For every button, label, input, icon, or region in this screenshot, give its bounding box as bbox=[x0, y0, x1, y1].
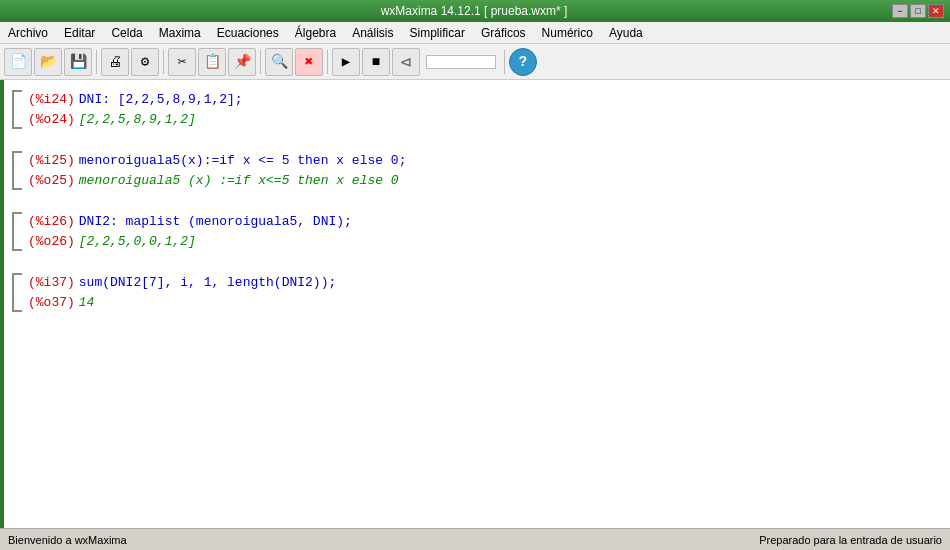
menu-item-grficos[interactable]: Gráficos bbox=[473, 22, 534, 43]
abbrev-button[interactable]: ⊲ bbox=[392, 48, 420, 76]
output-code: [2,2,5,0,0,1,2] bbox=[79, 232, 196, 252]
input-line: (%i37) sum(DNI2[7], i, 1, length(DNI2)); bbox=[28, 273, 946, 293]
status-left: Bienvenido a wxMaxima bbox=[8, 534, 127, 546]
worksheet[interactable]: (%i24) DNI: [2,2,5,8,9,1,2];(%o24) [2,2,… bbox=[4, 80, 950, 528]
cell-bracket bbox=[12, 212, 22, 251]
output-line: (%o24) [2,2,5,8,9,1,2] bbox=[28, 110, 946, 130]
toolbar-separator-3 bbox=[260, 50, 261, 74]
toolbar-separator-2 bbox=[163, 50, 164, 74]
output-line: (%o25) menoroiguala5 (x) :=if x<=5 then … bbox=[28, 171, 946, 191]
cell-bracket bbox=[12, 151, 22, 190]
output-line: (%o26) [2,2,5,0,0,1,2] bbox=[28, 232, 946, 252]
input-label: (%i37) bbox=[28, 273, 75, 293]
cell-bracket bbox=[12, 273, 22, 312]
input-code[interactable]: sum(DNI2[7], i, 1, length(DNI2)); bbox=[79, 273, 336, 293]
main-area: (%i24) DNI: [2,2,5,8,9,1,2];(%o24) [2,2,… bbox=[0, 80, 950, 528]
save-button[interactable]: 💾 bbox=[64, 48, 92, 76]
statusbar: Bienvenido a wxMaxima Preparado para la … bbox=[0, 528, 950, 550]
input-label: (%i24) bbox=[28, 90, 75, 110]
status-right: Preparado para la entrada de usuario bbox=[759, 534, 942, 546]
menu-item-editar[interactable]: Editar bbox=[56, 22, 103, 43]
output-label: (%o25) bbox=[28, 171, 75, 191]
copy-button[interactable]: 📋 bbox=[198, 48, 226, 76]
output-label: (%o37) bbox=[28, 293, 75, 313]
output-label: (%o24) bbox=[28, 110, 75, 130]
menu-item-ayuda[interactable]: Ayuda bbox=[601, 22, 651, 43]
toolbar-separator-4 bbox=[327, 50, 328, 74]
find-button[interactable]: 🔍 bbox=[265, 48, 293, 76]
menu-item-lgebra[interactable]: Álgebra bbox=[287, 22, 344, 43]
toolbar-separator-1 bbox=[96, 50, 97, 74]
menu-item-anlisis[interactable]: Análisis bbox=[344, 22, 401, 43]
run-button[interactable]: ▶ bbox=[332, 48, 360, 76]
input-label: (%i26) bbox=[28, 212, 75, 232]
input-line: (%i26) DNI2: maplist (menoroiguala5, DNI… bbox=[28, 212, 946, 232]
menu-item-celda[interactable]: Celda bbox=[103, 22, 150, 43]
menu-item-numrico[interactable]: Numérico bbox=[534, 22, 601, 43]
window-title: wxMaxima 14.12.1 [ prueba.wxm* ] bbox=[56, 4, 892, 18]
window-controls: − □ ✕ bbox=[892, 4, 944, 18]
progress-bar bbox=[426, 55, 496, 69]
menu-item-ecuaciones[interactable]: Ecuaciones bbox=[209, 22, 287, 43]
menu-item-archivo[interactable]: Archivo bbox=[0, 22, 56, 43]
input-line: (%i24) DNI: [2,2,5,8,9,1,2]; bbox=[28, 90, 946, 110]
print-button[interactable]: 🖨 bbox=[101, 48, 129, 76]
cell-cell1: (%i24) DNI: [2,2,5,8,9,1,2];(%o24) [2,2,… bbox=[8, 90, 946, 129]
output-code: [2,2,5,8,9,1,2] bbox=[79, 110, 196, 130]
output-code: menoroiguala5 (x) :=if x<=5 then x else … bbox=[79, 171, 399, 191]
menu-item-simplificar[interactable]: Simplificar bbox=[402, 22, 473, 43]
cell-cell2: (%i25) menoroiguala5(x):=if x <= 5 then … bbox=[8, 151, 946, 190]
cell-cell4: (%i37) sum(DNI2[7], i, 1, length(DNI2));… bbox=[8, 273, 946, 312]
output-code: 14 bbox=[79, 293, 95, 313]
menu-item-maxima[interactable]: Maxima bbox=[151, 22, 209, 43]
input-label: (%i25) bbox=[28, 151, 75, 171]
output-line: (%o37) 14 bbox=[28, 293, 946, 313]
new-button[interactable]: 📄 bbox=[4, 48, 32, 76]
cut-button[interactable]: ✂ bbox=[168, 48, 196, 76]
paste-button[interactable]: 📌 bbox=[228, 48, 256, 76]
minimize-button[interactable]: − bbox=[892, 4, 908, 18]
cell-cell3: (%i26) DNI2: maplist (menoroiguala5, DNI… bbox=[8, 212, 946, 251]
worksheet-wrapper: (%i24) DNI: [2,2,5,8,9,1,2];(%o24) [2,2,… bbox=[0, 80, 950, 528]
titlebar: wxMaxima 14.12.1 [ prueba.wxm* ] − □ ✕ bbox=[0, 0, 950, 22]
input-code[interactable]: menoroiguala5(x):=if x <= 5 then x else … bbox=[79, 151, 407, 171]
stop-button[interactable]: ✖ bbox=[295, 48, 323, 76]
toolbar-separator-5 bbox=[504, 50, 505, 74]
open-button[interactable]: 📂 bbox=[34, 48, 62, 76]
input-code[interactable]: DNI2: maplist (menoroiguala5, DNI); bbox=[79, 212, 352, 232]
input-code[interactable]: DNI: [2,2,5,8,9,1,2]; bbox=[79, 90, 243, 110]
settings-button[interactable]: ⚙ bbox=[131, 48, 159, 76]
maximize-button[interactable]: □ bbox=[910, 4, 926, 18]
input-line: (%i25) menoroiguala5(x):=if x <= 5 then … bbox=[28, 151, 946, 171]
toolbar: 📄 📂 💾 🖨 ⚙ ✂ 📋 📌 🔍 ✖ ▶ ■ ⊲ ? bbox=[0, 44, 950, 80]
menubar: ArchivoEditarCeldaMaximaEcuacionesÁlgebr… bbox=[0, 22, 950, 44]
close-button[interactable]: ✕ bbox=[928, 4, 944, 18]
help-button[interactable]: ? bbox=[509, 48, 537, 76]
output-label: (%o26) bbox=[28, 232, 75, 252]
evaluate-button[interactable]: ■ bbox=[362, 48, 390, 76]
cell-bracket bbox=[12, 90, 22, 129]
